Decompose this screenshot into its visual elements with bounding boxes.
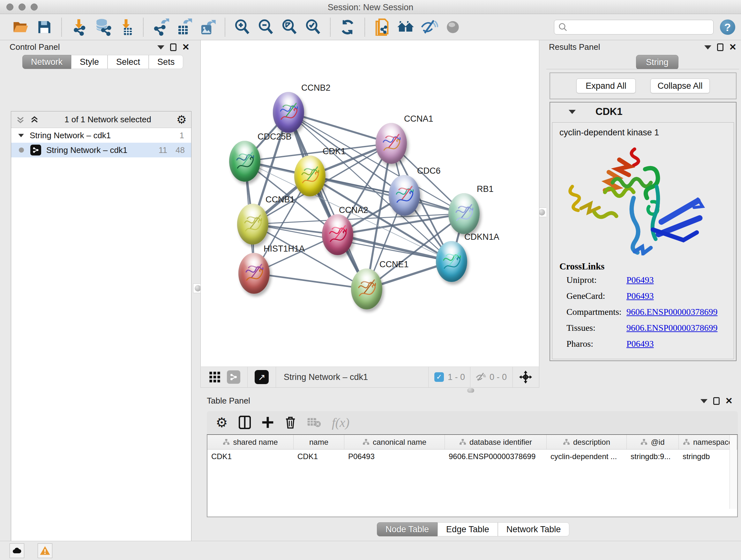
cloud-button[interactable]: [10, 543, 24, 558]
column-header-database-identifier[interactable]: database identifier: [445, 435, 547, 449]
string-import-icon[interactable]: [373, 18, 391, 36]
network-collection-row[interactable]: String Network – cdk1 1: [11, 128, 191, 143]
tab-select[interactable]: Select: [108, 55, 149, 69]
import-network-file-icon[interactable]: [70, 18, 88, 36]
gray-eye-icon[interactable]: [444, 18, 462, 36]
search-input[interactable]: [568, 23, 705, 32]
network-row-selected[interactable]: String Network – cdk1 11 48: [11, 143, 191, 158]
hide-glass-eye-icon[interactable]: [420, 18, 438, 36]
network-edge[interactable]: [288, 112, 367, 289]
function-builder-icon[interactable]: f(x): [332, 415, 350, 430]
crosslink-link[interactable]: P06493: [626, 275, 654, 285]
window-title: Session: New Session: [0, 3, 741, 12]
export-view-icon[interactable]: ↗: [255, 370, 269, 384]
results-panel-float-icon[interactable]: [704, 45, 711, 50]
table-vertical-scrollbar[interactable]: [730, 435, 737, 509]
collapse-all-icon[interactable]: [16, 115, 25, 125]
table-cell[interactable]: CDK1: [293, 449, 344, 464]
birds-eye-view-icon[interactable]: [208, 371, 221, 383]
network-node-HIST1H1A[interactable]: [239, 253, 270, 294]
crosslink-link[interactable]: P06493: [626, 291, 654, 301]
network-node-CDC25B[interactable]: [229, 141, 260, 182]
collapse-all-button[interactable]: Collapse All: [650, 78, 710, 93]
tab-edge-table[interactable]: Edge Table: [437, 522, 498, 537]
zoom-selected-icon[interactable]: [304, 18, 322, 36]
network-node-CCNB1[interactable]: [237, 204, 268, 245]
delete-column-icon[interactable]: [285, 416, 296, 429]
table-cell[interactable]: stringdb:9...: [627, 449, 679, 464]
network-edge[interactable]: [254, 273, 367, 289]
table-cell[interactable]: P06493: [344, 449, 445, 464]
network-selection-status: 1 of 1 Network selected: [39, 115, 177, 125]
string-home-icon[interactable]: [397, 18, 414, 36]
column-header-namespace[interactable]: namespace: [679, 435, 737, 449]
network-node-CCNE1[interactable]: [351, 268, 382, 309]
expand-all-icon[interactable]: [30, 115, 39, 125]
network-options-gear-icon[interactable]: ⚙: [177, 113, 187, 126]
network-type-icon[interactable]: [227, 370, 240, 384]
apply-layout-icon[interactable]: [339, 18, 356, 36]
zoom-in-icon[interactable]: [233, 18, 251, 36]
import-table-icon[interactable]: [117, 18, 135, 36]
network-label: String Network – cdk1: [46, 145, 127, 155]
import-network-database-icon[interactable]: [93, 18, 111, 36]
tab-style[interactable]: Style: [71, 55, 108, 69]
table-panel-maximize-icon[interactable]: [713, 397, 720, 405]
table-cell[interactable]: CDK1: [207, 449, 293, 464]
show-columns-icon[interactable]: [239, 416, 251, 429]
save-session-icon[interactable]: [36, 18, 53, 36]
column-header-name[interactable]: name: [293, 435, 344, 449]
export-network-icon[interactable]: [151, 18, 170, 36]
network-node-CDKN1A[interactable]: [436, 241, 467, 282]
network-node-CCNA2[interactable]: [322, 214, 353, 255]
help-button[interactable]: ?: [720, 19, 735, 35]
export-table-icon[interactable]: [175, 18, 193, 36]
right-splitter[interactable]: [539, 40, 544, 388]
crosslink-link[interactable]: P06493: [626, 339, 654, 349]
zoom-fit-icon[interactable]: [280, 18, 298, 36]
column-header-@id[interactable]: @id: [627, 435, 679, 449]
table-cell[interactable]: stringdb: [679, 449, 737, 464]
table-panel-close-icon[interactable]: ✕: [725, 397, 733, 405]
left-splitter[interactable]: [195, 40, 200, 388]
table-cell[interactable]: 9606.ENSP00000378699: [445, 449, 547, 464]
expand-all-button[interactable]: Expand All: [576, 78, 636, 93]
selected-checkbox-icon[interactable]: ✓: [434, 372, 444, 382]
column-header-canonical-name[interactable]: canonical name: [344, 435, 445, 449]
horizontal-splitter[interactable]: [465, 388, 476, 393]
results-panel-close-icon[interactable]: ✕: [729, 44, 737, 51]
network-node-CCNA1[interactable]: [376, 123, 407, 164]
network-node-CCNB2[interactable]: [273, 92, 304, 133]
fit-selected-crosshair-icon[interactable]: [519, 370, 533, 384]
table-options-gear-icon[interactable]: ⚙: [216, 415, 228, 430]
export-image-icon[interactable]: [199, 18, 217, 36]
crosslink-link[interactable]: 9606.ENSP00000378699: [626, 307, 718, 317]
protein-section-collapse-icon[interactable]: [569, 110, 576, 114]
results-panel-maximize-icon[interactable]: [717, 44, 724, 51]
results-tab-string[interactable]: String: [636, 55, 678, 70]
tab-sets[interactable]: Sets: [149, 55, 183, 69]
zoom-out-icon[interactable]: [257, 18, 275, 36]
tab-network[interactable]: Network: [22, 55, 71, 69]
table-cell[interactable]: cyclin-dependent ...: [547, 449, 627, 464]
column-header-description[interactable]: description: [547, 435, 627, 449]
control-panel-close-icon[interactable]: ✕: [182, 44, 190, 51]
network-node-CDC6[interactable]: [389, 175, 420, 216]
control-panel-float-icon[interactable]: [157, 45, 164, 50]
search-box[interactable]: [554, 20, 714, 35]
tab-node-table[interactable]: Node Table: [377, 522, 437, 537]
tab-network-table[interactable]: Network Table: [498, 522, 569, 537]
crosslink-link[interactable]: 9606.ENSP00000378699: [626, 323, 718, 333]
table-row[interactable]: CDK1CDK1P064939606.ENSP00000378699cyclin…: [207, 449, 737, 464]
network-view[interactable]: CCNB2CCNA1CDC25BCDK1CDC6RB1CCNB1CCNA2CDK…: [200, 40, 539, 367]
network-node-CDK1[interactable]: [294, 155, 326, 196]
control-panel-maximize-icon[interactable]: [170, 44, 177, 51]
network-node-RB1[interactable]: [448, 193, 480, 234]
table-panel-float-icon[interactable]: [700, 399, 708, 403]
open-session-icon[interactable]: [12, 18, 30, 36]
add-column-icon[interactable]: [262, 416, 274, 428]
warnings-button[interactable]: [38, 543, 52, 558]
delete-table-icon[interactable]: [307, 417, 321, 428]
collection-expand-icon[interactable]: [18, 134, 24, 137]
column-header-shared-name[interactable]: shared name: [207, 435, 293, 449]
